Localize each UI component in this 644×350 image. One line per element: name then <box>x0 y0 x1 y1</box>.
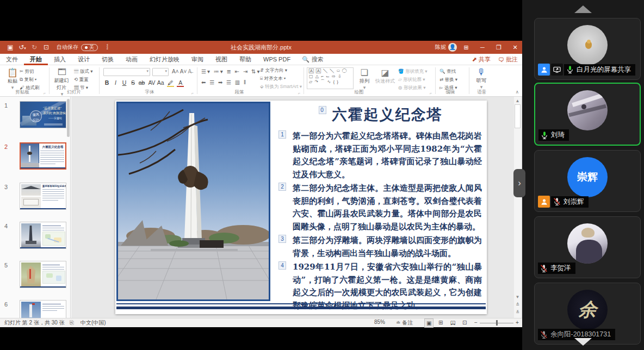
slide-title: 0 六霍起义纪念塔 <box>293 105 482 124</box>
animation-badge-2[interactable]: 2 <box>278 183 286 191</box>
account-name[interactable]: 陈妮 <box>435 43 446 51</box>
cut-button[interactable]: ✂ 剪切 <box>20 68 34 75</box>
animation-badge-0[interactable]: 0 <box>319 106 326 114</box>
font-style-buttons[interactable]: BIUSab AVAa 🖉 A <box>103 79 185 87</box>
participant-name-plate: 李贺洋 <box>538 262 575 274</box>
font-dialog-launcher[interactable]: ⌐ <box>191 91 194 95</box>
thumbnail-slide-5[interactable] <box>20 261 66 288</box>
mic-muted-icon <box>540 264 548 273</box>
sidebar-expand-chevron[interactable]: › <box>513 169 525 197</box>
slide-canvas[interactable]: 0 六霍起义纪念塔 1 第一部分为六霍起义纪念塔塔碑。碑体由黑色花岗岩贴砌而成，… <box>115 101 487 314</box>
participant-tile-liuqi[interactable]: 刘琦 <box>534 83 641 146</box>
tab-animations[interactable]: 动画 <box>120 54 144 65</box>
ribbon-tab-row: 文件 开始 插入 设计 切换 动画 幻灯片放映 审阅 视图 帮助 WPS PDF… <box>0 54 522 65</box>
shape-outline-button[interactable]: ▱ 形状轮廓 ▾ <box>398 77 425 83</box>
spellcheck-icon[interactable]: ⎘ <box>70 318 74 328</box>
ribbon-display-icon[interactable]: ⊞ <box>459 41 473 54</box>
find-button[interactable]: 🔍 查找 <box>439 68 456 75</box>
paste-button[interactable]: 📋 粘贴▾ <box>4 67 21 90</box>
thumbnail-slide-2-selected[interactable]: 六霍起义纪念塔 <box>20 142 66 170</box>
dictate-button[interactable]: 🎙 听写▾ <box>473 67 490 90</box>
previous-slide-icon[interactable]: ≙ <box>514 302 521 307</box>
smartart-button[interactable]: ⬙ 转换为 SmartArt ▾ <box>260 84 302 90</box>
slide-text-block[interactable]: 0 六霍起义纪念塔 1 第一部分为六霍起义纪念塔塔碑。碑体由黑色花岗岩贴砌而成，… <box>293 105 482 313</box>
tab-file[interactable]: 文件 <box>0 54 24 65</box>
monument-photo-frame[interactable] <box>116 102 270 301</box>
reset-button[interactable]: ⟲ 重置 <box>74 77 88 83</box>
slideshow-view-icon[interactable]: ⊡ <box>462 318 467 328</box>
shape-fill-button[interactable]: 🪣 形状填充 ▾ <box>398 68 428 75</box>
slide-sorter-icon[interactable]: ⊞ <box>438 318 443 328</box>
list-indent-buttons[interactable]: ☰▾ ≔▾ ≣ ⇤ ⇥ ⇅▾ <box>201 68 261 74</box>
alignment-buttons[interactable]: ⬅ ☰ ➡ ☰ ▥ ‖ <box>201 79 247 85</box>
tab-insert[interactable]: 插入 <box>48 54 72 65</box>
collapse-ribbon-icon[interactable]: ∧ <box>516 89 519 95</box>
share-button[interactable]: ⬈共享 <box>472 55 491 64</box>
grow-shrink-font-icons[interactable]: A˄ A˅ A̶ <box>172 68 191 74</box>
next-slide-icon[interactable]: ≚ <box>514 310 521 315</box>
shape-effects-button[interactable]: ◍ 形状效果 ▾ <box>398 85 425 91</box>
scroll-up-icon[interactable]: ▲ <box>514 98 521 103</box>
thumb-number: 6 <box>4 301 8 308</box>
tab-home[interactable]: 开始 <box>24 54 48 65</box>
drawing-dialog-launcher[interactable]: ⌐ <box>430 91 432 95</box>
layout-button[interactable]: ▤ 版式 ▾ <box>74 68 93 75</box>
comment-icon: 🗨 <box>498 57 504 63</box>
font-name-combo[interactable] <box>103 68 150 76</box>
tab-review[interactable]: 审阅 <box>185 54 209 65</box>
shapes-gallery[interactable]: 🄰 🄰 ╲ ╲ ▭ ◯ ▢ △ ⌐ ⌙ ⇨ ⇩ ▱ ↷ ⌒ ∿ { } <box>307 67 354 89</box>
arrange-button[interactable]: ❏ 排列▾ <box>357 67 372 90</box>
text-direction-button[interactable]: ⇵ 文字方向 ▾ <box>260 67 287 74</box>
tab-wps-pdf[interactable]: WPS PDF <box>257 54 296 65</box>
participant-tile-yuxiangyang[interactable]: 余 余向阳-2018301731 <box>534 283 641 345</box>
comments-button[interactable]: 🗨批注 <box>498 55 518 64</box>
thumbnail-slide-3[interactable]: 新四军军部旧址纪念馆 <box>20 183 66 210</box>
tab-help[interactable]: 帮助 <box>233 54 257 65</box>
thumbnail-scrollbar[interactable] <box>67 99 70 137</box>
reading-view-icon[interactable]: 🕮 <box>450 318 456 328</box>
zoom-slider-thumb[interactable] <box>496 320 498 326</box>
scroll-up-arrow-icon[interactable] <box>574 5 592 13</box>
avatar <box>567 223 608 264</box>
close-icon[interactable]: ✕ <box>508 41 522 54</box>
scroll-down-icon[interactable]: ▼ <box>514 295 521 299</box>
thumbnail-slide-6[interactable] <box>20 300 66 318</box>
paragraph-dialog-launcher[interactable]: ⌐ <box>298 91 300 95</box>
search-box[interactable]: 🔍搜索 <box>296 55 329 64</box>
editor-vertical-scrollbar[interactable]: ▲ ▼ ≙ ≚ <box>514 97 521 318</box>
desktop: ▣ ↺▾ ↻ ⊡ 自动保存 关 ⸾ 社会实践湖南部分.pptx 陈妮 👤 ⊞ ─… <box>0 0 644 350</box>
slides-group-label: 幻灯片 <box>52 89 96 96</box>
animation-badge-1[interactable]: 1 <box>278 130 286 139</box>
zoom-out-icon[interactable]: − <box>474 318 478 328</box>
quick-styles-button[interactable]: ◪ 快速样式 <box>374 67 396 85</box>
participant-tile-screenshare[interactable]: 白月光的屏幕共享 <box>534 18 641 80</box>
account-avatar[interactable]: 👤 <box>448 43 457 52</box>
thumbnail-slide-4[interactable] <box>20 222 66 249</box>
participant-tile-lheyang[interactable]: 李贺洋 <box>534 216 641 278</box>
replace-button[interactable]: ⇄ 替换 ▾ <box>439 77 457 83</box>
new-slide-icon: 🗔 <box>52 67 72 77</box>
tab-slideshow[interactable]: 幻灯片放映 <box>144 54 185 65</box>
scroll-down-arrow-icon[interactable] <box>574 338 592 346</box>
align-text-button[interactable]: ⌸ 对齐文本 ▾ <box>260 76 286 82</box>
animation-badge-3[interactable]: 3 <box>278 235 286 243</box>
clipboard-dialog-launcher[interactable]: ⌐ <box>44 91 46 95</box>
scrollbar-thumb[interactable] <box>515 104 521 128</box>
minimize-icon[interactable]: ─ <box>475 41 490 54</box>
normal-view-icon[interactable]: ▣ <box>424 318 434 328</box>
zoom-percent[interactable]: 85% <box>374 318 385 327</box>
notes-button[interactable]: ≐ 备注 <box>396 318 413 328</box>
maximize-icon[interactable]: ❐ <box>492 41 506 54</box>
thumbnail-slide-1[interactable]: 徽风皖韵 “追寻党足迹” 系列红色旅游实践 ——安徽站 <box>20 101 66 128</box>
zoom-in-icon[interactable]: + <box>516 318 519 328</box>
participant-tile-liuchonghui[interactable]: 崇辉 刘崇辉 <box>534 150 641 212</box>
tab-design[interactable]: 设计 <box>72 54 96 65</box>
language-indicator[interactable]: 中文(中国) <box>81 318 106 328</box>
thumb5-text-map <box>42 263 65 284</box>
tab-transitions[interactable]: 切换 <box>96 54 120 65</box>
thumb1-footer <box>44 123 63 126</box>
tab-view[interactable]: 视图 <box>209 54 233 65</box>
font-size-combo[interactable] <box>152 68 169 76</box>
animation-badge-4[interactable]: 4 <box>278 261 286 270</box>
copy-button[interactable]: ⧉ 复制 ▾ <box>20 77 36 83</box>
